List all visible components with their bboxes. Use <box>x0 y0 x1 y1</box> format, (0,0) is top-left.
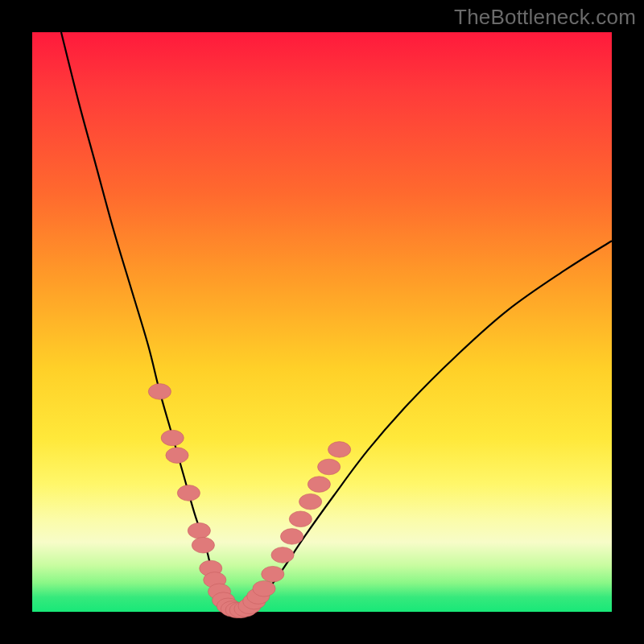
curve-marker <box>308 477 330 493</box>
curve-marker <box>328 442 351 458</box>
curve-marker <box>192 537 214 553</box>
watermark-text: TheBottleneck.com <box>454 5 636 30</box>
curve-marker <box>188 522 210 539</box>
curve-marker <box>318 459 341 475</box>
chart-frame: TheBottleneck.com <box>0 0 644 644</box>
curve-markers <box>148 384 350 618</box>
curve-marker <box>166 448 188 464</box>
curve-marker <box>271 547 294 564</box>
curve-marker <box>148 384 171 400</box>
curve-marker <box>299 493 322 510</box>
chart-svg <box>32 32 612 612</box>
curve-marker <box>253 580 275 597</box>
curve-marker <box>262 566 284 582</box>
curve-marker <box>177 485 200 502</box>
bottleneck-curve <box>61 32 612 612</box>
curve-marker <box>161 430 184 446</box>
plot-area <box>32 32 612 612</box>
curve-marker <box>280 529 303 545</box>
curve-marker <box>289 511 312 527</box>
